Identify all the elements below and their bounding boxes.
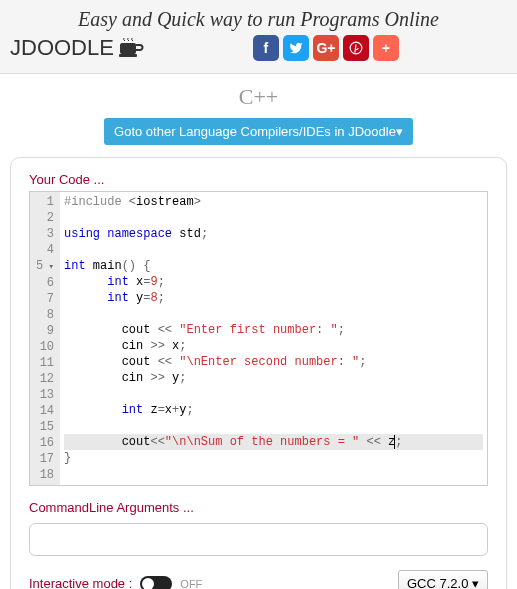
googleplus-button[interactable]: G+ xyxy=(313,35,339,61)
more-share-button[interactable]: + xyxy=(373,35,399,61)
social-buttons: f G+ + xyxy=(253,35,399,61)
facebook-button[interactable]: f xyxy=(253,35,279,61)
cup-icon xyxy=(117,37,145,59)
svg-rect-0 xyxy=(120,43,136,54)
line-gutter: 12345 ▾6789101112131415161718 xyxy=(30,192,60,485)
intmode-toggle[interactable] xyxy=(140,576,172,590)
header: Easy and Quick way to run Programs Onlin… xyxy=(0,0,517,74)
svg-rect-1 xyxy=(119,54,137,57)
logo-row: JDOODLE f G+ + xyxy=(0,31,517,65)
logo-text: JDOODLE xyxy=(10,35,114,61)
code-area[interactable]: #include <iostream>using namespace std;i… xyxy=(60,192,487,485)
logo[interactable]: JDOODLE xyxy=(10,35,145,61)
twitter-button[interactable] xyxy=(283,35,309,61)
goto-compilers-button[interactable]: Goto other Language Compilers/IDEs in JD… xyxy=(104,118,413,145)
tagline: Easy and Quick way to run Programs Onlin… xyxy=(0,8,517,31)
pinterest-button[interactable] xyxy=(343,35,369,61)
intmode-label: Interactive mode : xyxy=(29,576,132,589)
intmode-state: OFF xyxy=(180,578,202,590)
language-text: C++ xyxy=(239,84,279,109)
compiler-select[interactable]: GCC 7.2.0 ▾ xyxy=(398,570,488,589)
main-panel: Your Code ... 12345 ▾6789101112131415161… xyxy=(10,157,507,589)
cmdargs-label: CommandLine Arguments ... xyxy=(29,500,488,515)
mode-row: Interactive mode : OFF GCC 7.2.0 ▾ xyxy=(29,570,488,589)
your-code-label: Your Code ... xyxy=(29,172,488,187)
language-label: C++ xyxy=(0,84,517,110)
cmdargs-input[interactable] xyxy=(29,523,488,556)
interactive-mode: Interactive mode : OFF xyxy=(29,576,202,590)
code-editor[interactable]: 12345 ▾6789101112131415161718 #include <… xyxy=(29,191,488,486)
